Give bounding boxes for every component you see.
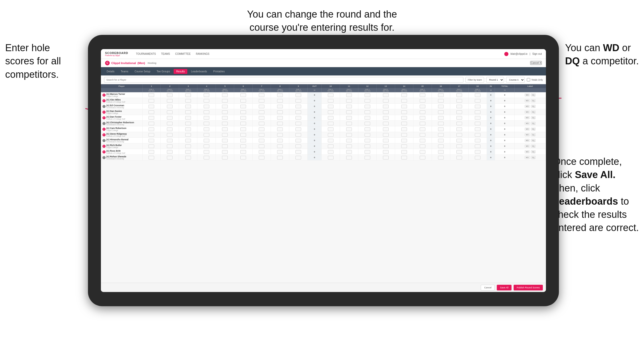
hole-16-input[interactable] <box>432 109 450 115</box>
hole-8-input[interactable] <box>271 155 289 160</box>
hole-9-input[interactable] <box>289 132 308 138</box>
hole-8-input[interactable] <box>271 132 289 138</box>
hole-2-input[interactable] <box>161 143 179 149</box>
wd-button[interactable]: WD <box>525 128 530 130</box>
hole-15-input[interactable] <box>413 92 432 98</box>
hole-12-input[interactable] <box>358 115 376 121</box>
totals-only-toggle[interactable]: Totals Only <box>527 78 543 81</box>
hole-1-input[interactable] <box>142 155 161 160</box>
hole-1-input[interactable] <box>142 92 161 98</box>
nav-committee[interactable]: COMMITTEE <box>175 52 191 55</box>
hole-12-input[interactable] <box>358 149 376 155</box>
hole-10-input[interactable] <box>321 149 340 155</box>
hole-7-input[interactable] <box>253 115 271 121</box>
tab-teams[interactable]: Teams <box>118 69 131 74</box>
hole-4-input[interactable] <box>197 143 216 149</box>
hole-5-input[interactable] <box>216 155 234 160</box>
hole-17-input[interactable] <box>450 138 468 143</box>
hole-13-input[interactable] <box>376 132 395 138</box>
hole-2-input[interactable] <box>161 121 179 126</box>
hole-8-input[interactable] <box>271 92 289 98</box>
wd-button[interactable]: WD <box>525 156 530 159</box>
hole-4-input[interactable] <box>197 104 216 109</box>
hole-6-input[interactable] <box>234 138 253 143</box>
hole-11-input[interactable] <box>340 138 358 143</box>
tab-details[interactable]: Details <box>104 69 117 74</box>
hole-9-input[interactable] <box>289 115 308 121</box>
wd-button[interactable]: WD <box>525 105 530 108</box>
dq-button[interactable]: DQ <box>531 133 536 136</box>
tab-leaderboards[interactable]: Leaderboards <box>188 69 210 74</box>
hole-10-input[interactable] <box>321 126 340 132</box>
hole-14-input[interactable] <box>395 143 413 149</box>
hole-15-input[interactable] <box>413 126 432 132</box>
hole-5-input[interactable] <box>216 92 234 98</box>
hole-2-input[interactable] <box>161 98 179 104</box>
hole-14-input[interactable] <box>395 149 413 155</box>
hole-4-input[interactable] <box>197 121 216 126</box>
hole-2-input[interactable] <box>161 149 179 155</box>
tab-results[interactable]: Results <box>174 69 187 74</box>
hole-15-input[interactable] <box>413 115 432 121</box>
hole-3-input[interactable] <box>179 115 197 121</box>
hole-1-input[interactable] <box>142 121 161 126</box>
hole-6-input[interactable] <box>234 132 253 138</box>
sign-out-link[interactable]: Sign out <box>532 52 542 55</box>
hole-14-input[interactable] <box>395 92 413 98</box>
hole-6-input[interactable] <box>234 104 253 109</box>
nav-tournaments[interactable]: TOURNAMENTS <box>136 52 156 55</box>
hole-10-input[interactable] <box>321 98 340 104</box>
hole-18-input[interactable] <box>468 115 487 121</box>
hole-17-input[interactable] <box>450 132 468 138</box>
hole-7-input[interactable] <box>253 138 271 143</box>
hole-6-input[interactable] <box>234 126 253 132</box>
hole-1-input[interactable] <box>142 104 161 109</box>
hole-15-input[interactable] <box>413 109 432 115</box>
hole-8-input[interactable] <box>271 104 289 109</box>
hole-8-input[interactable] <box>271 143 289 149</box>
hole-2-input[interactable] <box>161 155 179 160</box>
hole-6-input[interactable] <box>234 155 253 160</box>
hole-15-input[interactable] <box>413 155 432 160</box>
hole-6-input[interactable] <box>234 143 253 149</box>
hole-7-input[interactable] <box>253 98 271 104</box>
hole-17-input[interactable] <box>450 92 468 98</box>
hole-12-input[interactable] <box>358 104 376 109</box>
hole-4-input[interactable] <box>197 115 216 121</box>
hole-2-input[interactable] <box>161 132 179 138</box>
hole-10-input[interactable] <box>321 143 340 149</box>
hole-13-input[interactable] <box>376 143 395 149</box>
hole-14-input[interactable] <box>395 155 413 160</box>
dq-button[interactable]: DQ <box>531 111 536 113</box>
hole-5-input[interactable] <box>216 138 234 143</box>
wd-button[interactable]: WD <box>525 116 530 119</box>
hole-8-input[interactable] <box>271 121 289 126</box>
tab-printables[interactable]: Printables <box>211 69 227 74</box>
hole-16-input[interactable] <box>432 155 450 160</box>
hole-18-input[interactable] <box>468 109 487 115</box>
hole-10-input[interactable] <box>321 115 340 121</box>
footer-cancel-button[interactable]: Cancel <box>481 285 495 290</box>
hole-4-input[interactable] <box>197 109 216 115</box>
hole-3-input[interactable] <box>179 149 197 155</box>
hole-17-input[interactable] <box>450 149 468 155</box>
hole-5-input[interactable] <box>216 115 234 121</box>
hole-2-input[interactable] <box>161 92 179 98</box>
hole-18-input[interactable] <box>468 104 487 109</box>
hole-15-input[interactable] <box>413 104 432 109</box>
hole-1-input[interactable] <box>142 126 161 132</box>
score-table-container[interactable]: Player 1 2 3 4 5 6 7 8 9 OUT 10 11 12 <box>101 84 546 283</box>
hole-17-input[interactable] <box>450 104 468 109</box>
hole-3-input[interactable] <box>179 92 197 98</box>
hole-5-input[interactable] <box>216 132 234 138</box>
tab-course-setup[interactable]: Course Setup <box>132 69 153 74</box>
hole-8-input[interactable] <box>271 149 289 155</box>
hole-12-input[interactable] <box>358 155 376 160</box>
hole-3-input[interactable] <box>179 143 197 149</box>
hole-13-input[interactable] <box>376 92 395 98</box>
hole-11-input[interactable] <box>340 109 358 115</box>
dq-button[interactable]: DQ <box>531 145 536 148</box>
hole-10-input[interactable] <box>321 104 340 109</box>
hole-4-input[interactable] <box>197 126 216 132</box>
hole-9-input[interactable] <box>289 104 308 109</box>
